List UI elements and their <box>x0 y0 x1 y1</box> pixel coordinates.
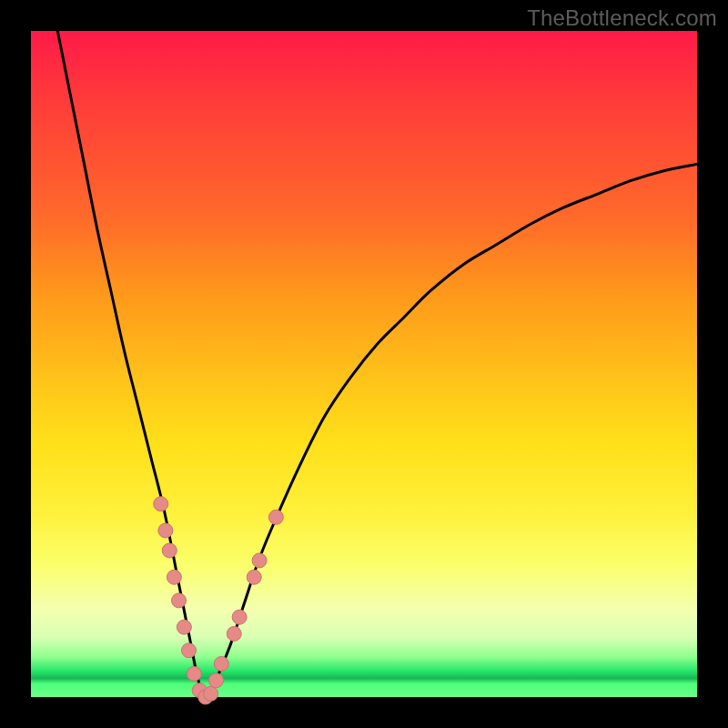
watermark-text: TheBottleneck.com <box>527 5 717 31</box>
curve-marker <box>167 570 181 584</box>
curve-marker <box>181 643 196 658</box>
curve-marker <box>252 553 267 568</box>
curve-marker <box>214 656 228 671</box>
curve-marker <box>177 620 191 634</box>
curve-marker <box>204 686 218 701</box>
chart-frame: TheBottleneck.com <box>0 0 728 728</box>
chart-svg <box>31 31 697 697</box>
curve-marker <box>162 543 177 558</box>
curve-marker <box>154 497 168 511</box>
curve-marker <box>227 626 241 641</box>
curve-marker <box>187 666 201 681</box>
curve-marker <box>209 673 224 688</box>
curve-marker <box>247 570 261 584</box>
bottleneck-curve <box>57 31 697 700</box>
curve-marker <box>268 510 283 524</box>
plot-area <box>31 31 697 697</box>
curve-marker <box>158 523 173 538</box>
curve-marker <box>172 593 187 608</box>
curve-marker <box>232 610 247 624</box>
curve-markers <box>154 497 284 704</box>
